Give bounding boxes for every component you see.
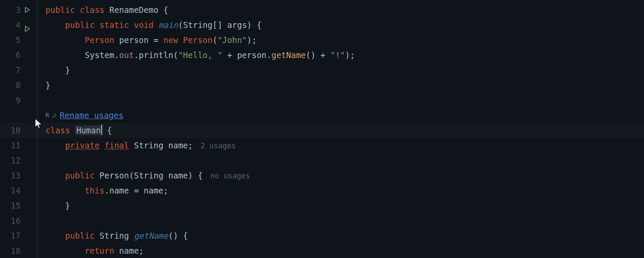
rename-hint-label: R xyxy=(46,108,49,123)
code-line[interactable] xyxy=(46,213,355,228)
code-line[interactable]: Person person = new Person("John"); xyxy=(46,33,355,48)
line-number: 17 xyxy=(0,228,24,243)
line-number: 11 xyxy=(0,138,24,153)
line-number-gutter: 3456789101112131415161718 xyxy=(0,0,24,258)
code-line[interactable]: return name; xyxy=(46,243,355,258)
code-line[interactable] xyxy=(46,93,355,108)
line-number: 16 xyxy=(0,213,24,228)
line-number: 10 xyxy=(0,123,24,138)
rename-usages-link[interactable]: Rename usages xyxy=(60,108,124,123)
line-number: 14 xyxy=(0,183,24,198)
line-number: 15 xyxy=(0,198,24,213)
code-line[interactable]: public String getName() { xyxy=(46,228,355,243)
line-number: 13 xyxy=(0,168,24,183)
line-number: 9 xyxy=(0,93,24,108)
rename-hint: RRename usages xyxy=(46,108,355,123)
code-line[interactable]: private final String name;2 usages xyxy=(46,138,355,153)
code-line[interactable]: public Person(String name) {no usages xyxy=(46,168,355,183)
code-line[interactable] xyxy=(46,153,355,168)
rename-input[interactable]: Human xyxy=(75,126,102,135)
code-line[interactable]: } xyxy=(46,78,355,93)
line-number: 8 xyxy=(0,78,24,93)
code-line[interactable]: class Human { xyxy=(46,123,355,138)
code-editor[interactable]: 3456789101112131415161718 public class R… xyxy=(0,0,644,258)
line-number: 4 xyxy=(0,18,24,33)
code-line[interactable]: } xyxy=(46,63,355,78)
code-line[interactable]: System.out.println("Hello, " + person.ge… xyxy=(46,48,355,63)
run-icon[interactable] xyxy=(24,25,37,40)
line-number: 3 xyxy=(0,3,24,18)
code-line[interactable]: public static void main(String[] args) { xyxy=(46,18,355,33)
line-number: 12 xyxy=(0,153,24,168)
line-number: 7 xyxy=(0,63,24,78)
line-number: 5 xyxy=(0,33,24,48)
code-line[interactable]: public class RenameDemo { xyxy=(46,3,355,18)
code-area[interactable]: public class RenameDemo { public static … xyxy=(46,0,355,258)
code-line[interactable]: } xyxy=(46,198,355,213)
gutter-divider xyxy=(37,0,38,258)
line-number: 6 xyxy=(0,48,24,63)
usage-inlay: no usages xyxy=(210,172,250,180)
run-icon[interactable] xyxy=(24,6,37,22)
line-number: 18 xyxy=(0,243,24,258)
usage-inlay: 2 usages xyxy=(200,141,236,150)
run-gutter xyxy=(24,0,37,258)
code-line[interactable]: this.name = name; xyxy=(46,183,355,198)
pencil-icon xyxy=(52,113,57,118)
